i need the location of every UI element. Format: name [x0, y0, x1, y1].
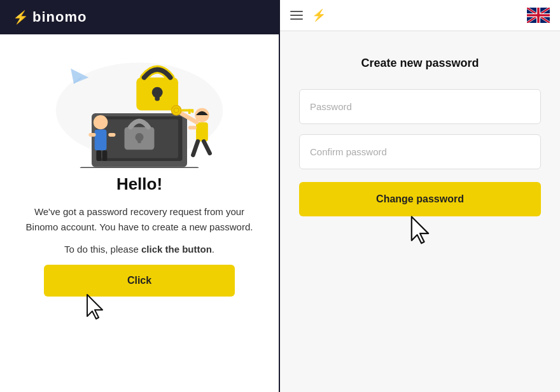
left-panel: ⚡ binomo — [0, 0, 280, 392]
svg-rect-14 — [108, 133, 115, 137]
cursor-icon — [82, 293, 108, 322]
form-title: Create new password — [361, 57, 479, 70]
header-lightning-icon: ⚡ — [312, 8, 326, 22]
change-password-button[interactable]: Change password — [299, 182, 541, 216]
illustration-area: Hello! We've got a password recovery req… — [0, 34, 279, 392]
svg-point-11 — [94, 115, 108, 130]
svg-point-21 — [172, 106, 181, 115]
right-panel: ⚡ Create new password Change password — [280, 0, 560, 392]
right-header: ⚡ — [280, 0, 560, 31]
svg-rect-24 — [188, 109, 191, 115]
description-text: We've got a password recovery request fr… — [19, 204, 260, 235]
cta-prefix: To do this, please — [64, 244, 141, 255]
svg-rect-16 — [102, 150, 108, 161]
logo-bar: ⚡ binomo — [0, 0, 279, 34]
svg-marker-32 — [412, 216, 428, 243]
cta-bold: click the button — [141, 244, 212, 255]
svg-rect-10 — [155, 92, 160, 101]
uk-flag-icon — [527, 8, 550, 23]
logo-lightning-icon: ⚡ — [13, 10, 29, 25]
svg-rect-15 — [97, 150, 102, 161]
svg-rect-6 — [137, 137, 141, 143]
svg-rect-7 — [80, 167, 199, 168]
logo-text: binomo — [32, 9, 87, 25]
header-left: ⚡ — [290, 8, 326, 22]
svg-rect-12 — [95, 129, 107, 150]
svg-rect-19 — [188, 126, 197, 130]
svg-rect-13 — [88, 133, 95, 137]
password-input[interactable] — [299, 89, 541, 124]
confirm-password-input[interactable] — [299, 134, 541, 169]
hamburger-menu[interactable] — [290, 11, 303, 20]
svg-rect-18 — [196, 122, 208, 141]
lock-illustration — [44, 41, 235, 168]
hello-title: Hello! — [116, 174, 162, 194]
svg-marker-30 — [87, 295, 102, 319]
cursor-right-icon — [406, 215, 434, 247]
right-content: Create new password Change password — [280, 31, 560, 392]
cta-suffix: . — [212, 244, 214, 255]
click-button[interactable]: Click — [44, 265, 235, 297]
cta-text: To do this, please click the button. — [64, 244, 214, 255]
svg-rect-25 — [192, 109, 194, 113]
svg-line-27 — [204, 141, 209, 153]
